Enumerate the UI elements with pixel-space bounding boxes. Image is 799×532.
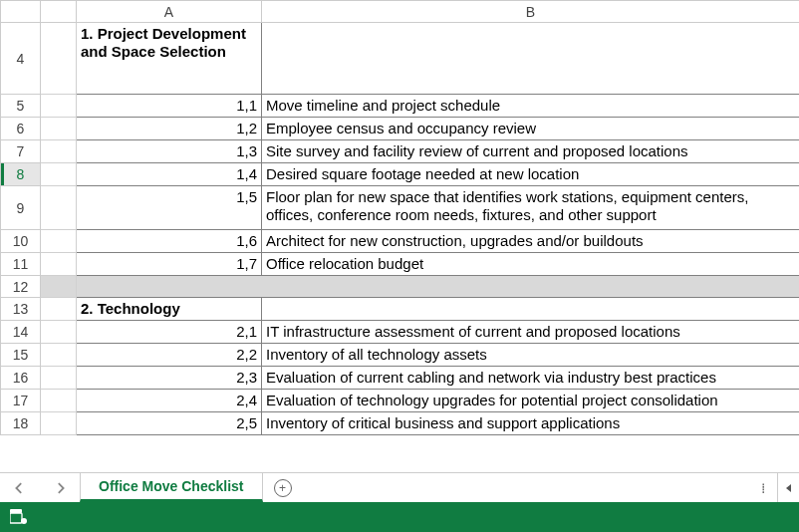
table-row: 182,5Inventory of critical business and …: [1, 412, 800, 435]
row-header[interactable]: 8: [1, 163, 41, 186]
sheet-tab-bar: Office Move Checklist + ⁞: [0, 472, 799, 502]
cell-blank[interactable]: [41, 186, 77, 230]
chevron-left-icon: [14, 482, 26, 494]
table-row: 71,3Site survey and facility review of c…: [1, 140, 800, 163]
cell-b[interactable]: Employee census and occupancy review: [262, 118, 800, 140]
cell-a[interactable]: 1,4: [77, 163, 262, 186]
table-row: 91,5Floor plan for new space that identi…: [1, 186, 800, 230]
cell-b[interactable]: Inventory of all technology assets: [262, 344, 800, 367]
cell-b[interactable]: Evaluation of technology upgrades for po…: [262, 390, 800, 412]
record-macro-icon[interactable]: [10, 509, 28, 525]
cell-b[interactable]: Site survey and facility review of curre…: [262, 140, 800, 163]
table-row: 162,3Evaluation of current cabling and n…: [1, 367, 800, 390]
tab-scroll-end[interactable]: [777, 473, 799, 502]
table-row: 111,7Office relocation budget: [1, 253, 800, 276]
tab-scroll-right[interactable]: [40, 473, 80, 502]
cell-a[interactable]: 2,2: [77, 344, 262, 367]
col-header-b[interactable]: B: [262, 1, 800, 23]
row-header[interactable]: 11: [1, 253, 41, 276]
cell-a[interactable]: 1,7: [77, 253, 262, 276]
spreadsheet-area: A B 41. Project Development and Space Se…: [0, 0, 799, 472]
row-header[interactable]: 4: [1, 23, 41, 95]
status-bar: [0, 502, 799, 532]
cell-b[interactable]: Floor plan for new space that identifies…: [262, 186, 800, 230]
separator-row[interactable]: [77, 276, 800, 298]
sheet-tab-active[interactable]: Office Move Checklist: [80, 473, 263, 502]
row-header[interactable]: 5: [1, 95, 41, 118]
row-header[interactable]: 7: [1, 140, 41, 163]
select-all-corner[interactable]: [1, 1, 41, 23]
cell-a[interactable]: 2,4: [77, 390, 262, 412]
cell-blank[interactable]: [41, 118, 77, 140]
chevron-right-icon: [54, 482, 66, 494]
cell-b[interactable]: Evaluation of current cabling and networ…: [262, 367, 800, 390]
cell-a[interactable]: 1,2: [77, 118, 262, 140]
cell-b[interactable]: Office relocation budget: [262, 253, 800, 276]
row-header[interactable]: 9: [1, 186, 41, 230]
svg-rect-0: [10, 513, 22, 523]
cell-b[interactable]: IT infrastructure assessment of current …: [262, 321, 800, 344]
cell-b[interactable]: Desired square footage needed at new loc…: [262, 163, 800, 186]
triangle-left-icon: [784, 483, 794, 493]
tab-scroll-left[interactable]: [0, 473, 40, 502]
cell-blank[interactable]: [41, 95, 77, 118]
cell-b[interactable]: Architect for new construction, upgrades…: [262, 230, 800, 253]
row-header[interactable]: 18: [1, 412, 41, 435]
cell-a[interactable]: 1. Project Development and Space Selecti…: [77, 23, 262, 95]
row-header[interactable]: 16: [1, 367, 41, 390]
cell-blank[interactable]: [41, 163, 77, 186]
row-header[interactable]: 13: [1, 298, 41, 321]
table-row: 61,2Employee census and occupancy review: [1, 118, 800, 140]
cell-a[interactable]: 2,5: [77, 412, 262, 435]
row-header[interactable]: 12: [1, 276, 41, 298]
cell-blank[interactable]: [41, 367, 77, 390]
table-row: 142,1IT infrastructure assessment of cur…: [1, 321, 800, 344]
add-sheet-button[interactable]: +: [263, 473, 303, 502]
table-row: 101,6Architect for new construction, upg…: [1, 230, 800, 253]
cell-b[interactable]: Inventory of critical business and suppo…: [262, 412, 800, 435]
cell-a[interactable]: 2. Technology: [77, 298, 262, 321]
row-header[interactable]: 17: [1, 390, 41, 412]
row-header[interactable]: 15: [1, 344, 41, 367]
cell-blank[interactable]: [41, 298, 77, 321]
cell-blank[interactable]: [41, 230, 77, 253]
col-header-a[interactable]: A: [77, 1, 262, 23]
cell-b[interactable]: [262, 298, 800, 321]
cell-a[interactable]: 1,5: [77, 186, 262, 230]
row-header[interactable]: 14: [1, 321, 41, 344]
tab-overflow-menu[interactable]: ⁞: [751, 480, 777, 496]
row-header[interactable]: 6: [1, 118, 41, 140]
table-row: 51,1Move timeline and project schedule: [1, 95, 800, 118]
cell-blank[interactable]: [41, 344, 77, 367]
cell-b[interactable]: [262, 23, 800, 95]
cell-a[interactable]: 1,3: [77, 140, 262, 163]
table-row: 81,4Desired square footage needed at new…: [1, 163, 800, 186]
cell-blank[interactable]: [41, 140, 77, 163]
row-header[interactable]: 10: [1, 230, 41, 253]
cell-blank[interactable]: [41, 253, 77, 276]
cell-blank[interactable]: [41, 412, 77, 435]
cell-b[interactable]: Move timeline and project schedule: [262, 95, 800, 118]
cell-blank[interactable]: [41, 23, 77, 95]
cell-blank[interactable]: [41, 276, 77, 298]
cell-a[interactable]: 1,6: [77, 230, 262, 253]
table-row: 132. Technology: [1, 298, 800, 321]
svg-point-2: [21, 518, 27, 524]
cell-blank[interactable]: [41, 390, 77, 412]
cell-a[interactable]: 2,3: [77, 367, 262, 390]
table-row: 152,2Inventory of all technology assets: [1, 344, 800, 367]
table-row: 41. Project Development and Space Select…: [1, 23, 800, 95]
svg-rect-1: [10, 509, 22, 513]
cell-a[interactable]: 2,1: [77, 321, 262, 344]
cell-a[interactable]: 1,1: [77, 95, 262, 118]
table-row: 172,4Evaluation of technology upgrades f…: [1, 390, 800, 412]
plus-icon: +: [274, 479, 292, 497]
table-row: 12: [1, 276, 800, 298]
grid[interactable]: A B 41. Project Development and Space Se…: [0, 0, 799, 435]
cell-blank[interactable]: [41, 321, 77, 344]
col-header-blank[interactable]: [41, 1, 77, 23]
